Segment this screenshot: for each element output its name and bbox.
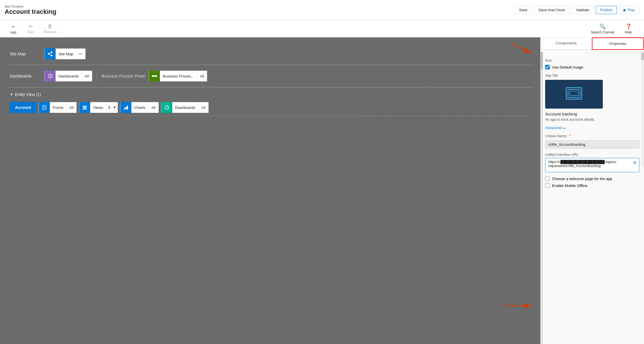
svg-rect-2 <box>51 55 52 56</box>
welcome-page-row: Choose a welcome page for the app <box>545 176 639 181</box>
charts-comp-label: Charts <box>131 105 148 110</box>
panel-content: Icon: Use Default Image App Tile: Accoun… <box>541 50 644 344</box>
advanced-chevron-icon: ▲ <box>563 126 566 129</box>
unique-name-input[interactable] <box>545 140 639 149</box>
entity-dashboards-all[interactable]: All <box>198 102 208 113</box>
charts-icon <box>120 102 131 113</box>
mobile-offline-checkbox[interactable] <box>545 183 550 188</box>
use-default-image-label: Use Default Image <box>552 65 583 69</box>
views-icon <box>79 102 90 113</box>
mobile-offline-label: Enable Mobile Offline <box>552 184 588 188</box>
app-designer-label: App Designer <box>5 5 56 8</box>
views-arrow-icon[interactable]: ▼ <box>112 105 118 109</box>
canvas: Site Map Site Map ✏ Dashboards <box>0 37 540 344</box>
play-button[interactable]: ▶ Play <box>619 6 639 14</box>
svg-rect-16 <box>83 109 87 109</box>
svg-line-3 <box>50 52 51 54</box>
save-and-close-button[interactable]: Save And Close <box>534 6 570 14</box>
svg-rect-25 <box>570 91 578 96</box>
views-component[interactable]: Views 3 ▼ <box>79 102 118 113</box>
charts-all[interactable]: All <box>148 102 158 113</box>
required-star: * <box>569 134 571 138</box>
sitemap-items: Site Map ✏ <box>44 48 86 59</box>
components-tab[interactable]: Components <box>541 37 592 49</box>
search-canvas-button[interactable]: 🔍 Search Canvas <box>588 22 617 36</box>
remove-button[interactable]: 🗑 Remove <box>39 22 61 36</box>
add-icon: ＋ <box>11 23 16 30</box>
sitemap-row: Site Map Site Map ✏ <box>7 43 533 65</box>
bp-all[interactable]: All <box>197 71 207 81</box>
publish-button[interactable]: Publish <box>596 6 617 14</box>
sitemap-component[interactable]: Site Map ✏ <box>44 48 86 59</box>
help-button[interactable]: ❓ Help <box>622 22 635 36</box>
help-icon: ❓ <box>625 23 632 30</box>
charts-component[interactable]: Charts All <box>120 102 159 113</box>
views-comp-label: Views <box>90 105 106 110</box>
url-copy-button[interactable]: ⧉ <box>631 159 638 166</box>
entity-dashboards-icon <box>161 102 172 113</box>
sitemap-icon <box>45 48 56 59</box>
advanced-toggle[interactable]: Advanced ▲ <box>545 126 639 130</box>
forms-icon <box>39 102 50 113</box>
dashboards-icon <box>45 71 56 82</box>
app-name-display: Account tracking <box>545 111 639 116</box>
panel-tabs: Components Properties <box>541 37 644 50</box>
dashboards-items: Dashboards All Business Process Flows Bu… <box>44 70 207 82</box>
toolbar-right: 🔍 Search Canvas ❓ Help <box>588 22 635 36</box>
app-title-area: App Designer Account tracking <box>5 5 56 16</box>
use-default-image-checkbox[interactable] <box>545 65 550 69</box>
properties-tab[interactable]: Properties <box>592 37 644 50</box>
svg-rect-17 <box>124 108 125 109</box>
entity-row: Account Forms All Views 3 ▼ <box>7 99 533 116</box>
bp-icon <box>149 71 160 82</box>
sitemap-comp-label: Site Map <box>56 52 76 56</box>
dashboards-all[interactable]: All <box>82 71 92 81</box>
forms-comp-label: Forms <box>50 105 66 110</box>
remove-icon: 🗑 <box>48 23 53 29</box>
views-count: 3 <box>106 102 112 113</box>
app-title: Account tracking <box>5 8 56 16</box>
top-bar-actions: Save Save And Close Validate Publish ▶ P… <box>515 6 639 14</box>
save-button[interactable]: Save <box>515 6 532 14</box>
dashboards-comp-label: Dashboards <box>56 74 82 78</box>
unique-name-label: Unique Name : * <box>545 134 639 138</box>
forms-component[interactable]: Forms All <box>39 102 77 113</box>
use-default-image-row: Use Default Image <box>545 65 639 69</box>
dashboards-component[interactable]: Dashboards All <box>44 71 92 82</box>
svg-line-4 <box>50 54 51 56</box>
mobile-offline-row: Enable Mobile Offline <box>545 183 639 188</box>
entity-view-header[interactable]: ▼ Entity View (1) <box>7 88 533 99</box>
properties-panel: Components Properties Icon: Use Default … <box>540 37 644 344</box>
entity-dashboards-component[interactable]: Dashboards All <box>161 102 209 113</box>
dashboards-label: Dashboards <box>10 74 44 78</box>
app-desc-display: An app to track accounts details. <box>545 118 639 122</box>
search-icon: 🔍 <box>599 23 606 30</box>
svg-rect-18 <box>125 107 126 109</box>
account-button[interactable]: Account <box>10 102 36 113</box>
entity-chevron-icon: ▼ <box>10 92 13 97</box>
svg-rect-15 <box>83 107 87 108</box>
svg-rect-19 <box>127 106 128 109</box>
edit-button[interactable]: ✏ Edit <box>22 22 39 36</box>
welcome-page-label: Choose a welcome page for the app <box>552 177 612 181</box>
bp-component[interactable]: Business Proces... All <box>149 71 207 82</box>
sitemap-edit-btn[interactable]: ✏ <box>76 49 85 58</box>
bpf-label: Business Process Flows <box>102 74 146 78</box>
bp-comp-label: Business Proces... <box>160 74 197 78</box>
svg-rect-1 <box>51 52 52 53</box>
entity-dashboards-label: Dashboards <box>172 105 198 110</box>
welcome-page-checkbox[interactable] <box>545 176 550 181</box>
sitemap-label: Site Map <box>10 52 44 56</box>
dashboards-row: Dashboards Dashboards All Business Proce… <box>7 65 533 87</box>
svg-point-7 <box>155 75 157 77</box>
toolbar: ＋ Add ✏ Edit 🗑 Remove 🔍 Search Canvas ❓ … <box>0 20 644 37</box>
validate-button[interactable]: Validate <box>572 6 594 14</box>
add-button[interactable]: ＋ Add <box>5 21 22 36</box>
edit-icon: ✏ <box>29 23 33 30</box>
url-label: Unified Interface URL: <box>545 153 639 157</box>
icon-label: Icon: <box>545 58 639 63</box>
svg-rect-0 <box>48 53 50 54</box>
url-field-container: https://c██████████████████/Apps/uniquen… <box>545 158 639 172</box>
app-tile-label: App Tile: <box>545 73 639 78</box>
forms-all[interactable]: All <box>66 102 76 113</box>
